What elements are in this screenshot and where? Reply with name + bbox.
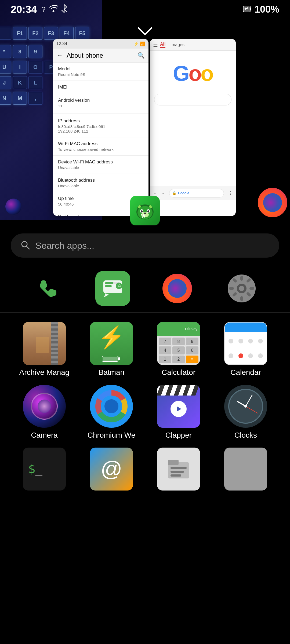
- dock-app-settings[interactable]: [224, 271, 259, 306]
- app-misc[interactable]: [215, 448, 277, 494]
- about-phone-card[interactable]: 12:34 ⚡ 📶 ← About phone 🔍 Model Redmi No…: [53, 39, 148, 216]
- info-model: Model Redmi Note 9S: [53, 63, 148, 81]
- info-label-bluetooth: Bluetooth address: [58, 178, 144, 183]
- app-email[interactable]: @: [81, 448, 142, 494]
- firefox-overlay-icon[interactable]: [258, 188, 290, 220]
- svg-rect-30: [229, 287, 234, 290]
- cal-header: [225, 323, 267, 332]
- search-icon[interactable]: 🔍: [137, 52, 145, 59]
- app-archive-manager[interactable]: Archive Manag: [13, 322, 75, 377]
- app-calendar[interactable]: Calendar: [215, 322, 277, 377]
- svg-point-13: [147, 210, 149, 213]
- info-android: Android version 11: [53, 94, 148, 112]
- app-chromium[interactable]: Chromium We: [81, 385, 142, 440]
- key: L: [28, 76, 42, 89]
- app-dock: ☺: [0, 264, 290, 313]
- key: U: [0, 61, 11, 74]
- key: 8: [13, 45, 27, 58]
- cal-dot: [248, 353, 253, 358]
- svg-rect-39: [103, 357, 118, 361]
- info-value-wifi-mac: To view, choose saved network: [58, 147, 144, 152]
- chevron-down-icon[interactable]: [137, 24, 153, 39]
- google-card[interactable]: ☰ All Images Goo ← → 🔒 Google ⋮: [150, 39, 236, 216]
- tab-all[interactable]: All: [160, 42, 165, 48]
- app-clapper[interactable]: Clapper: [148, 385, 209, 440]
- calc-buttons: 7 8 9 4 5 6 1 2 =: [157, 336, 200, 365]
- calc-btn: =: [186, 356, 198, 363]
- calc-btn: 2: [172, 356, 185, 363]
- settings-icon: [224, 271, 259, 306]
- info-device-wifi-mac: Device Wi-Fi MAC address Unavailable: [53, 156, 148, 174]
- app-terminal[interactable]: $_: [13, 448, 75, 494]
- app-clocks[interactable]: Clocks: [215, 385, 277, 440]
- calc-btn: 8: [172, 338, 185, 345]
- calc-btn: 4: [159, 346, 171, 354]
- svg-text:☺: ☺: [117, 283, 122, 288]
- search-icon: [20, 240, 30, 251]
- app-batman[interactable]: ⚡ Batman: [81, 322, 142, 377]
- cal-dot: [238, 339, 243, 343]
- svg-rect-28: [240, 276, 243, 281]
- share-icon[interactable]: ⋮: [228, 191, 233, 196]
- calc-btn: 6: [186, 346, 198, 354]
- info-value-android: 11: [58, 104, 144, 108]
- battery-icon: [243, 4, 252, 14]
- info-bluetooth: Bluetooth address Unavailable: [53, 174, 148, 192]
- cal-dot-today: [238, 353, 243, 358]
- svg-line-18: [27, 246, 29, 249]
- calc-btn: 7: [159, 338, 171, 345]
- svg-rect-38: [118, 357, 120, 360]
- tab-images[interactable]: Images: [170, 42, 184, 47]
- app-camera[interactable]: Camera: [13, 385, 75, 440]
- clock-center: [244, 405, 247, 408]
- google-footer: ← → 🔒 Google ⋮: [150, 186, 236, 200]
- card-time: 12:34: [56, 41, 67, 46]
- camera-lens: [31, 393, 58, 420]
- info-ip: IP address fe80::d8fc:8cc9:7cdb:e061192.…: [53, 115, 148, 137]
- app-calculator[interactable]: Display 7 8 9 4 5 6 1 2 = Calculator: [148, 322, 209, 377]
- messages-icon: ☺: [95, 271, 130, 306]
- svg-rect-36: [36, 337, 49, 353]
- key: N: [0, 92, 11, 105]
- google-search-box[interactable]: [154, 94, 231, 105]
- svg-rect-31: [249, 287, 254, 290]
- app-grid: Archive Manag ⚡ Batman Display: [0, 317, 290, 507]
- key: F1: [13, 27, 27, 40]
- app-row-2: Camera Chro: [11, 385, 279, 440]
- search-bar[interactable]: Search apps...: [11, 233, 279, 258]
- card-status-icons: ⚡ 📶: [133, 41, 145, 46]
- misc-icon: [224, 448, 267, 491]
- svg-rect-2: [250, 8, 251, 10]
- cal-dot: [258, 339, 263, 343]
- cal-dot: [258, 353, 263, 358]
- clock-second-hand: [246, 406, 258, 414]
- bluetooth-icon: [61, 4, 67, 15]
- key: F3: [44, 27, 58, 40]
- info-value-device-wifi-mac: Unavailable: [58, 165, 144, 170]
- back-icon[interactable]: ←: [57, 52, 63, 59]
- about-phone-title: About phone: [67, 52, 134, 59]
- calendar-icon: [224, 322, 267, 365]
- hamburger-icon[interactable]: ☰: [153, 42, 158, 48]
- files-icon: [157, 448, 200, 491]
- wolvic-logo: W: [134, 200, 156, 221]
- wolvic-app-icon[interactable]: W: [128, 193, 162, 228]
- app-files[interactable]: [148, 448, 209, 494]
- clock-face: [228, 389, 263, 424]
- svg-rect-21: [105, 285, 112, 287]
- info-label-wifi-mac: Wi-Fi MAC address: [58, 141, 144, 147]
- dock-app-firefox[interactable]: [160, 271, 195, 306]
- camera-inner: [38, 400, 51, 413]
- info-label-imei: IMEI: [58, 85, 144, 90]
- svg-rect-44: [168, 460, 179, 465]
- dock-app-phone[interactable]: [31, 271, 66, 306]
- calc-btn: 5: [172, 346, 185, 354]
- terminal-prompt: $_: [28, 463, 42, 475]
- key: I: [13, 61, 27, 74]
- camera-icon: [23, 385, 66, 428]
- svg-rect-47: [171, 474, 181, 477]
- url-bar[interactable]: 🔒 Google: [169, 189, 224, 197]
- chromium-label: Chromium We: [88, 431, 135, 440]
- google-logo: Goo: [173, 61, 213, 86]
- dock-app-messages[interactable]: ☺: [95, 271, 130, 306]
